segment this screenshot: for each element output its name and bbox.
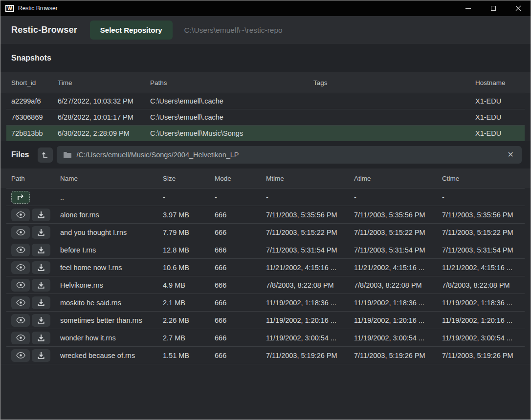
eye-icon: [16, 229, 25, 236]
select-repository-button[interactable]: Select Repository: [90, 21, 173, 40]
level-up-button[interactable]: [38, 147, 53, 163]
eye-icon: [16, 299, 25, 306]
folder-icon: [64, 152, 71, 158]
file-size: 4.9 MB: [158, 281, 210, 289]
download-button[interactable]: [32, 209, 50, 221]
file-atime: 7/11/2003, 5:15:22 PM: [349, 229, 437, 236]
download-icon: [37, 352, 45, 359]
app-icon: W: [5, 5, 14, 12]
file-row[interactable]: feel home now !.rns 10.6 MB 666 11/21/20…: [6, 258, 525, 276]
window-title: Restic Browser: [18, 5, 58, 12]
col-short-id: Short_id: [6, 79, 53, 86]
file-ctime: 7/8/2003, 8:22:08 PM: [437, 281, 525, 289]
preview-button[interactable]: [11, 332, 30, 344]
col-name: Name: [55, 175, 158, 182]
col-mtime: Mtime: [261, 175, 349, 182]
download-icon: [37, 281, 45, 289]
eye-icon: [16, 352, 25, 359]
snapshot-row[interactable]: 72b813bb 6/30/2022, 2:28:09 PM C:\Users\…: [6, 125, 525, 141]
snapshot-row[interactable]: a2299af6 6/27/2022, 10:03:32 PM C:\Users…: [6, 93, 525, 109]
file-mode: 666: [210, 246, 261, 254]
file-atime: 11/19/2002, 1:20:16 ...: [349, 316, 437, 324]
preview-button[interactable]: [11, 226, 30, 239]
close-button[interactable]: [506, 0, 531, 16]
snapshot-short-id: 72b813bb: [6, 129, 53, 137]
eye-icon: [16, 246, 25, 253]
file-row[interactable]: alone for.rns 3.97 MB 666 7/11/2003, 5:3…: [6, 206, 525, 223]
parent-ctime: -: [437, 193, 525, 201]
col-path: Path: [6, 175, 55, 182]
go-up-arrow-icon: [17, 194, 24, 200]
file-row[interactable]: and you thought I.rns 7.79 MB 666 7/11/2…: [6, 223, 525, 241]
minimize-button[interactable]: [456, 0, 481, 16]
preview-button[interactable]: [11, 209, 30, 221]
file-size: 2.7 MB: [158, 334, 210, 342]
preview-button[interactable]: [11, 349, 30, 362]
col-mode: Mode: [210, 175, 261, 182]
download-button[interactable]: [32, 314, 50, 327]
download-button[interactable]: [32, 349, 50, 362]
file-mode: 666: [210, 299, 261, 307]
preview-button[interactable]: [11, 279, 30, 292]
download-button[interactable]: [32, 296, 50, 309]
app-window: W Restic Browser Restic-Browser Select R…: [0, 0, 531, 420]
col-time: Time: [53, 79, 145, 86]
maximize-button[interactable]: [481, 0, 506, 16]
snapshots-table-header: Short_id Time Paths Tags Hostname: [0, 72, 531, 93]
file-row[interactable]: wrecked because of.rns 1.51 MB 666 7/11/…: [6, 346, 525, 364]
app-name: Restic-Browser: [11, 25, 77, 35]
file-row[interactable]: Helvikone.rns 4.9 MB 666 7/8/2003, 8:22:…: [6, 276, 525, 294]
preview-button[interactable]: [11, 261, 30, 274]
minimize-icon: [465, 8, 471, 9]
preview-button[interactable]: [11, 244, 30, 256]
snapshot-paths: C:\Users\emuell\.cache: [145, 113, 309, 121]
download-button[interactable]: [32, 261, 50, 274]
parent-directory-row[interactable]: .. - - - - -: [6, 188, 525, 206]
parent-mtime: -: [261, 193, 349, 201]
file-ctime: 11/19/2002, 3:00:54 ...: [437, 334, 525, 342]
eye-icon: [16, 211, 25, 218]
file-name: sometimes better than.rns: [55, 316, 158, 324]
file-mode: 666: [210, 264, 261, 272]
file-size: 10.6 MB: [158, 264, 210, 272]
go-up-button[interactable]: [11, 191, 30, 204]
maximize-icon: [491, 6, 496, 11]
file-mode: 666: [210, 281, 261, 289]
file-ctime: 11/19/2002, 1:20:16 ...: [437, 316, 525, 324]
file-atime: 7/11/2003, 5:35:56 PM: [349, 211, 437, 219]
files-table-header: Path Name Size Mode Mtime Atime Ctime: [0, 168, 531, 188]
snapshots-title: Snapshots: [11, 54, 51, 63]
file-ctime: 7/11/2003, 5:31:54 PM: [437, 246, 525, 254]
snapshot-hostname: X1-EDU: [470, 129, 525, 137]
eye-icon: [16, 334, 25, 341]
file-row[interactable]: before I.rns 12.8 MB 666 7/11/2003, 5:31…: [6, 241, 525, 258]
snapshot-hostname: X1-EDU: [470, 97, 525, 105]
snapshot-time: 6/30/2022, 2:28:09 PM: [53, 129, 145, 137]
file-atime: 11/21/2002, 4:15:16 ...: [349, 264, 437, 272]
download-button[interactable]: [32, 332, 50, 344]
file-row[interactable]: sometimes better than.rns 2.26 MB 666 11…: [6, 311, 525, 329]
file-mtime: 11/19/2002, 3:00:54 ...: [261, 334, 349, 342]
snapshot-paths: C:\Users\emuell\.cache: [145, 97, 309, 105]
preview-button[interactable]: [11, 314, 30, 327]
parent-mode: -: [210, 193, 261, 201]
file-size: 2.26 MB: [158, 316, 210, 324]
col-size: Size: [158, 175, 210, 182]
snapshot-row[interactable]: 76306869 6/28/2022, 10:01:17 PM C:\Users…: [6, 109, 525, 125]
file-atime: 11/19/2002, 3:00:54 ...: [349, 334, 437, 342]
download-button[interactable]: [32, 226, 50, 239]
parent-size: -: [158, 193, 210, 201]
file-row[interactable]: moskito he said.rns 2.1 MB 666 11/19/200…: [6, 294, 525, 311]
file-path-input[interactable]: /C:/Users/emuell/Music/Songs/2004_Helvet…: [57, 146, 522, 164]
snapshot-short-id: 76306869: [6, 113, 53, 121]
file-size: 1.51 MB: [158, 352, 210, 359]
file-row[interactable]: wonder how it.rns 2.7 MB 666 11/19/2002,…: [6, 329, 525, 346]
window-controls: [456, 0, 531, 16]
download-button[interactable]: [32, 244, 50, 256]
file-mtime: 11/19/2002, 1:20:16 ...: [261, 316, 349, 324]
preview-button[interactable]: [11, 296, 30, 309]
download-button[interactable]: [32, 279, 50, 292]
clear-path-button[interactable]: ✕: [507, 151, 515, 159]
download-icon: [37, 334, 45, 342]
file-mtime: 11/19/2002, 1:18:36 ...: [261, 299, 349, 307]
